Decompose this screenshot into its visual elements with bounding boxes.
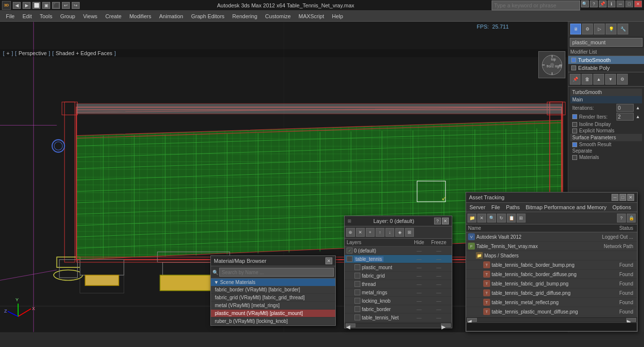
modifier-editable-poly[interactable]: Editable Poly — [568, 64, 644, 72]
layer-item-ttnet[interactable]: table_tennis_Net — — — [345, 314, 452, 322]
material-search-input[interactable] — [219, 268, 334, 277]
turbosmoother-title[interactable]: TurboSmooth — [570, 89, 642, 96]
mod-down[interactable]: ▼ — [605, 74, 616, 85]
tb-btn1[interactable]: ◀ — [13, 2, 21, 9]
info-btn[interactable]: ℹ — [608, 0, 615, 7]
asset-scroll-left[interactable]: ◀ — [467, 318, 477, 322]
mat-item-4[interactable]: ruber_b (VRayMtl) [locking_knob] — [211, 317, 335, 325]
mod-pin[interactable]: 📌 — [570, 74, 581, 85]
menu-animation[interactable]: Animation — [155, 12, 187, 20]
asset-row-tex4[interactable]: T table_tennis_fabric_grid_diffuse.png F… — [466, 288, 637, 298]
layer-item-0[interactable]: ✓ 0 (default) — — — [345, 247, 452, 255]
material-section-header[interactable]: ▼ Scene Materials — [211, 279, 335, 286]
layer-check-border[interactable] — [354, 306, 360, 312]
mod-icon-display[interactable]: 🖥 — [570, 24, 581, 34]
asset-tool-2[interactable]: ✕ — [477, 214, 486, 222]
layer-check-plastic[interactable] — [354, 264, 360, 270]
layer-manager-titlebar[interactable]: ⊞ Layer: 0 (default) ? ✕ — [345, 216, 452, 226]
asset-tracking-titlebar[interactable]: Asset Tracking ─ □ ✕ — [466, 192, 637, 203]
layer-item-table-tennis[interactable]: table_tennis — — — [345, 255, 452, 263]
tb-btn4[interactable]: ▣ — [42, 2, 50, 9]
tb-btn3[interactable]: ⬜ — [32, 2, 40, 9]
render-iters-spinner-up[interactable]: ▲ — [636, 114, 640, 119]
help-btn1[interactable]: ? — [590, 0, 598, 7]
layer-check-knob[interactable] — [354, 298, 360, 304]
iterations-input[interactable] — [616, 104, 634, 112]
menu-graph-editors[interactable]: Graph Editors — [187, 12, 229, 20]
mat-item-1[interactable]: fabric_grid (VRayMtl) [fabric_grid_threa… — [211, 294, 335, 302]
menu-rendering[interactable]: Rendering — [229, 12, 262, 20]
layer-scroll-left[interactable]: ◀ — [346, 323, 355, 327]
minimize-btn[interactable]: ─ — [616, 0, 624, 7]
asset-lock-btn[interactable]: 🔒 — [627, 214, 636, 222]
restore-btn[interactable]: □ — [625, 0, 633, 7]
layer-tool-4[interactable]: ↑ — [376, 228, 384, 237]
vp-plus[interactable]: + — [6, 50, 9, 56]
layer-item-plastic[interactable]: plastic_mount — — — [345, 263, 452, 272]
asset-row-tex5[interactable]: T table_tennis_metal_reflect.png Found — [466, 298, 637, 307]
smooth-result-checkbox[interactable] — [572, 142, 577, 147]
layer-item-knob[interactable]: locking_knob — — — [345, 297, 452, 305]
asset-scroll-right[interactable]: ▶ — [626, 318, 636, 322]
layer-check-ttnet[interactable] — [354, 315, 360, 320]
tb-btn2[interactable]: ▶ — [23, 2, 30, 9]
mat-item-0[interactable]: fabric_border (VRayMtl) [fabric_border] — [211, 286, 335, 294]
mod-icon-hierarchy[interactable]: ⚙ — [582, 24, 593, 34]
layer-tool-3[interactable]: + — [366, 228, 375, 237]
tb-btn7[interactable]: ↪ — [72, 2, 80, 9]
layer-tool-1[interactable]: ⊕ — [346, 228, 355, 237]
mat-item-2[interactable]: metal (VRayMtl) [metal_rings] — [211, 302, 335, 310]
asset-minimize-btn[interactable]: ─ — [612, 194, 618, 201]
render-iters-input[interactable] — [616, 113, 634, 121]
menu-customize[interactable]: Customize — [261, 12, 294, 20]
material-browser-close[interactable]: ✕ — [325, 257, 332, 264]
layer-close-btn[interactable]: ✕ — [442, 218, 449, 224]
asset-scrollbar-h[interactable]: ◀ ▶ — [466, 316, 637, 322]
menu-help[interactable]: Help — [328, 12, 347, 20]
mod-config[interactable]: ⚙ — [617, 74, 628, 85]
tb-btn5[interactable]: ⬛ — [52, 2, 60, 9]
iterations-spinner-up[interactable]: ▲ — [636, 105, 640, 110]
asset-row-maps[interactable]: 📁 Maps / Shaders — [466, 251, 637, 260]
layer-item-border[interactable]: fabric_border — — — [345, 305, 452, 314]
menu-modifiers[interactable]: Modifiers — [125, 12, 155, 20]
asset-row-file[interactable]: F Table_Tennis_Net_vray.max Network Path — [466, 242, 637, 251]
layer-scroll-right[interactable]: ▶ — [441, 323, 451, 327]
mod-icon-motion[interactable]: ▷ — [594, 24, 605, 34]
asset-row-tex6[interactable]: T table_tennis_plastic_mount_diffuse.png… — [466, 307, 637, 316]
menu-views[interactable]: Views — [79, 12, 101, 20]
layer-help-btn[interactable]: ? — [434, 218, 441, 224]
object-name-input[interactable] — [570, 38, 643, 47]
asset-menu-paths[interactable]: Paths — [503, 203, 523, 211]
asset-row-vault[interactable]: V Autodesk Vault 2012 Logged Out ... — [466, 232, 637, 242]
materials-checkbox[interactable] — [572, 155, 577, 160]
layer-check-metal[interactable] — [354, 289, 360, 295]
pin-btn[interactable]: 📌 — [599, 0, 607, 7]
asset-path-input[interactable] — [466, 322, 637, 331]
asset-help-btn[interactable]: ? — [617, 214, 626, 222]
asset-tool-1[interactable]: 📁 — [468, 214, 476, 222]
asset-tool-4[interactable]: ↻ — [497, 214, 506, 222]
layer-check-thread[interactable] — [354, 281, 360, 287]
surface-params-title[interactable]: Surface Parameters — [570, 134, 642, 141]
menu-create[interactable]: Create — [101, 12, 125, 20]
layer-check-0[interactable]: ✓ — [347, 248, 352, 253]
vp-perspective[interactable]: Perspective — [19, 50, 47, 56]
3d-nav-widget[interactable]: top front right — [538, 51, 565, 78]
asset-row-tex1[interactable]: T table_tennis_fabric_border_bump.png Fo… — [466, 260, 637, 270]
layer-scrollbar[interactable]: ◀ ▶ — [345, 322, 452, 328]
asset-row-tex3[interactable]: T table_tennis_fabric_grid_bump.png Foun… — [466, 279, 637, 288]
mod-delete[interactable]: 🗑 — [582, 74, 592, 85]
menu-group[interactable]: Group — [56, 12, 79, 20]
search-input[interactable] — [492, 0, 580, 10]
asset-menu-options[interactable]: Options — [610, 203, 634, 211]
mod-icon-display2[interactable]: 💡 — [606, 24, 616, 34]
asset-tool-6[interactable]: ⊞ — [517, 214, 526, 222]
layer-tool-6[interactable]: ◈ — [395, 228, 404, 237]
modifier-turbosmoother[interactable]: TurboSmooth — [568, 56, 644, 64]
isoline-checkbox[interactable] — [572, 122, 577, 127]
asset-menu-server[interactable]: Server — [467, 203, 488, 211]
asset-maximize-btn[interactable]: □ — [619, 194, 626, 201]
menu-maxscript[interactable]: MAXScript — [294, 12, 328, 20]
layer-tool-7[interactable]: ⊞ — [405, 228, 414, 237]
